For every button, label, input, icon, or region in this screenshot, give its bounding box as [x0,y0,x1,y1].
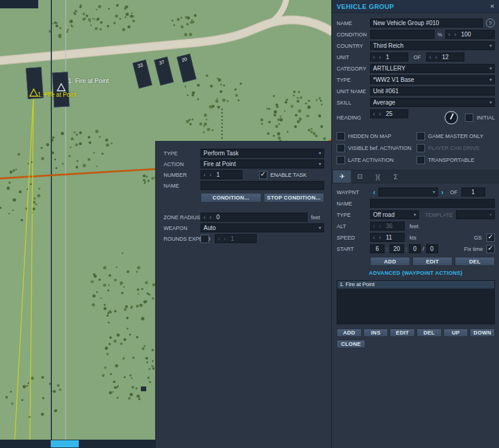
gs-checkbox[interactable] [486,234,495,242]
triggered-actions-tab-icon: Σ [394,173,398,180]
waypnt-dropdown[interactable] [378,188,438,197]
waypoint-type-dropdown[interactable]: Off road [370,210,419,219]
close-icon[interactable]: ✕ [490,3,495,10]
late-activation-option[interactable]: LATE ACTIVATION [337,156,417,164]
action-edit-button[interactable]: EDIT [390,329,415,337]
speed-unit-label: kts [409,235,417,241]
game-master-only-checkbox[interactable] [417,132,425,140]
tab-route[interactable]: ⊡ [351,170,369,183]
country-dropdown[interactable]: Third Reich [370,41,495,50]
category-dropdown[interactable]: ARTILLERY [370,64,495,73]
skill-dropdown[interactable]: Average [370,98,495,107]
time-slash: / [423,246,424,252]
waypoint-triangle-yellow-icon[interactable] [29,88,38,97]
unit-number-label: 20 [177,54,191,65]
waypoint-add-button[interactable]: ADD [370,257,410,266]
transportable-option[interactable]: TRANSPORTABLE [417,156,495,164]
unit-index-spinner[interactable]: 1 [370,53,408,62]
waypoint-edit-button[interactable]: EDIT [412,257,452,266]
clone-button[interactable]: CLONE [337,340,365,348]
visible-before-activation-option[interactable]: VISIBLE bef. ACTIVATION [337,144,417,152]
start-second-input[interactable] [409,244,421,253]
category-label: CATEGORY [337,66,370,72]
unit-name-label: UNIT NAME [337,88,370,94]
late-activation-checkbox[interactable] [337,156,345,164]
waypnt-label: WAYPNT [337,189,370,195]
enable-task-checkbox[interactable] [259,171,267,179]
condition-max-spinner[interactable]: 100 [445,30,495,39]
waypoint-triangle-white-icon[interactable] [57,83,66,91]
zone-radius-spinner[interactable]: 0 [201,213,307,222]
visible-before-activation-checkbox[interactable] [337,144,345,152]
skill-label: SKILL [337,100,370,106]
heading-spinner[interactable]: 25 [370,109,408,118]
help-icon[interactable]: ? [486,19,495,27]
template-dropdown [456,210,495,219]
weapon-dropdown[interactable]: Auto [201,223,324,232]
time-colon: : [386,246,388,252]
action-add-button[interactable]: ADD [337,329,362,337]
action-dropdown[interactable]: Fire at Point [201,159,324,168]
start-minute-input[interactable] [390,244,404,253]
unit-label: UNIT [337,54,370,60]
group-name-label: NAME [337,20,370,26]
waypoint-type-label: TYPE [337,212,370,218]
list-item[interactable]: 1. Fire at Point [337,281,494,289]
number-spinner[interactable]: 1 [201,170,242,179]
transportable-checkbox[interactable] [417,156,425,164]
panel-title: VEHICLE GROUP [337,3,490,10]
start-label: START [337,246,370,252]
group-editor-tabbar: ✈ ⊡ }{ Σ [332,170,499,183]
tab-unit[interactable]: ✈ [333,170,351,183]
waypoint-name-input[interactable] [370,199,495,208]
waypoint-del-button[interactable]: DEL [455,257,495,266]
condition-button[interactable]: CONDITION... [201,193,261,202]
vehicle-type-dropdown[interactable]: *WW2 V1 Base [370,75,495,84]
gs-label: GS [474,235,482,241]
hidden-on-map-checkbox[interactable] [337,132,345,140]
fix-time-checkbox[interactable] [486,245,495,253]
heading-label: HEADING [337,115,370,121]
group-name-input[interactable] [370,19,483,27]
action-up-button[interactable]: UP [443,329,469,337]
waypoint-name-label: NAME [337,201,370,207]
task-type-label: TYPE [164,151,201,157]
zone-radius-label: ZONE RADIUS [164,214,201,220]
unit-count-spinner[interactable]: 12 [426,53,464,62]
tab-triggered-actions[interactable]: Σ [387,170,405,183]
orange-road-line [0,169,156,179]
advanced-waypoint-actions-link[interactable]: ADVANCED (WAYPOINT ACTIONS) [332,270,499,276]
unit-tab-icon: ✈ [339,173,344,180]
route-tab-icon: ⊡ [357,173,362,180]
condition-label: CONDITION [337,32,370,38]
condition-input[interactable] [370,30,435,39]
task-type-dropdown[interactable]: Perform Task [201,149,324,158]
rounds-expend-checkbox[interactable] [201,235,209,243]
action-label: ACTION [164,161,201,167]
waypoint-prev-button[interactable]: ‹ [373,188,375,197]
rounds-spinner[interactable]: 1 [215,234,257,243]
action-ins-button[interactable]: INS [364,329,389,337]
start-day-input[interactable] [426,244,438,253]
initial-checkbox[interactable] [465,113,473,122]
start-hour-input[interactable] [370,244,384,253]
hidden-on-map-option[interactable]: HIDDEN ON MAP [337,132,417,140]
tab-payload[interactable]: }{ [369,170,387,183]
speed-spinner[interactable]: 11 [370,233,405,242]
unit-number-label: 33 [133,60,147,70]
unit-name-input[interactable] [370,87,495,96]
alt-unit-label: feet [409,223,418,229]
waypoint-actions-list[interactable]: 1. Fire at Point [337,280,495,324]
waypoint-next-button[interactable]: › [441,188,443,197]
action-del-button[interactable]: DEL [417,329,442,337]
action-down-button[interactable]: DOWN [470,329,495,337]
payload-tab-icon: }{ [375,173,380,180]
compass-icon[interactable] [443,110,459,125]
stop-condition-button[interactable]: STOP CONDITION... [264,193,325,202]
player-can-drive-option: PLAYER CAN DRIVE [417,144,495,152]
route-label: 1. Fire at Point [38,91,76,98]
status-highlight[interactable] [51,440,79,447]
task-name-input[interactable] [201,181,324,190]
vehicle-group-panel: VEHICLE GROUP ✕ NAME ? CONDITION % 100 C… [331,0,499,448]
game-master-only-option[interactable]: GAME MASTER ONLY [417,132,495,140]
